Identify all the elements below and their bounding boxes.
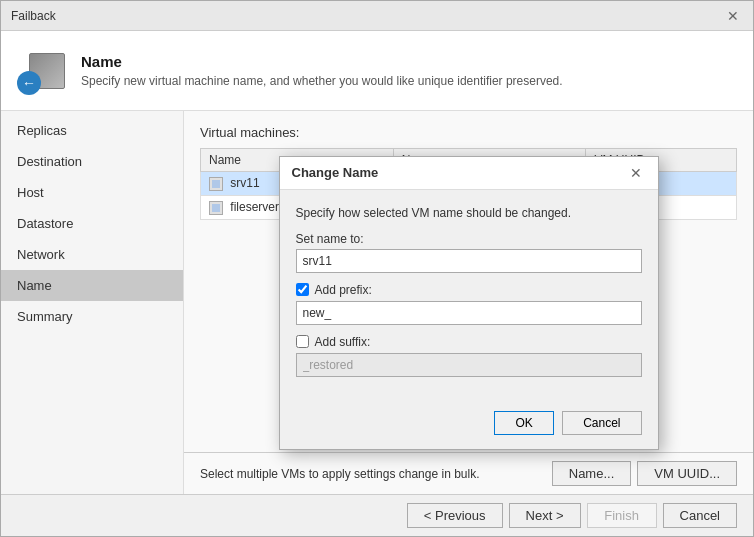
suffix-input[interactable] — [296, 353, 642, 377]
sidebar: Replicas Destination Host Datastore Netw… — [1, 111, 184, 494]
next-button[interactable]: Next > — [509, 503, 581, 528]
prefix-input-group — [296, 301, 642, 325]
header-title: Name — [81, 53, 563, 70]
sidebar-item-summary[interactable]: Summary — [1, 301, 183, 332]
header-text: Name Specify new virtual machine name, a… — [81, 53, 563, 88]
header-description: Specify new virtual machine name, and wh… — [81, 74, 563, 88]
modal-footer: OK Cancel — [280, 403, 658, 449]
previous-button[interactable]: < Previous — [407, 503, 503, 528]
main-panel: Virtual machines: Name New name VM UUID … — [184, 111, 753, 494]
main-window: Failback ✕ ← Name Specify new virtual ma… — [0, 0, 754, 537]
prefix-input[interactable] — [296, 301, 642, 325]
suffix-input-group — [296, 353, 642, 377]
add-suffix-checkbox-row: Add suffix: — [296, 335, 642, 349]
modal-title-bar: Change Name ✕ — [280, 157, 658, 190]
add-prefix-checkbox-row: Add prefix: — [296, 283, 642, 297]
header-icon: ← — [17, 47, 65, 95]
modal-ok-button[interactable]: OK — [494, 411, 554, 435]
add-suffix-checkbox[interactable] — [296, 335, 309, 348]
header-section: ← Name Specify new virtual machine name,… — [1, 31, 753, 111]
set-name-input[interactable] — [296, 249, 642, 273]
modal-description: Specify how selected VM name should be c… — [296, 206, 642, 220]
set-name-label: Set name to: — [296, 232, 642, 246]
add-prefix-label[interactable]: Add prefix: — [315, 283, 372, 297]
change-name-modal: Change Name ✕ Specify how selected VM na… — [279, 156, 659, 450]
sidebar-item-datastore[interactable]: Datastore — [1, 208, 183, 239]
window-title: Failback — [11, 9, 56, 23]
content-area: Replicas Destination Host Datastore Netw… — [1, 111, 753, 494]
title-bar: Failback ✕ — [1, 1, 753, 31]
modal-overlay: Change Name ✕ Specify how selected VM na… — [184, 111, 753, 494]
sidebar-item-host[interactable]: Host — [1, 177, 183, 208]
sidebar-item-replicas[interactable]: Replicas — [1, 115, 183, 146]
modal-title: Change Name — [292, 165, 379, 180]
modal-close-button[interactable]: ✕ — [626, 165, 646, 181]
back-arrow-icon: ← — [17, 71, 41, 95]
cancel-button[interactable]: Cancel — [663, 503, 737, 528]
finish-button[interactable]: Finish — [587, 503, 657, 528]
modal-cancel-button[interactable]: Cancel — [562, 411, 641, 435]
add-prefix-checkbox[interactable] — [296, 283, 309, 296]
footer: < Previous Next > Finish Cancel — [1, 494, 753, 536]
sidebar-item-destination[interactable]: Destination — [1, 146, 183, 177]
modal-body: Specify how selected VM name should be c… — [280, 190, 658, 403]
sidebar-item-name[interactable]: Name — [1, 270, 183, 301]
sidebar-item-network[interactable]: Network — [1, 239, 183, 270]
add-suffix-label[interactable]: Add suffix: — [315, 335, 371, 349]
window-close-button[interactable]: ✕ — [723, 8, 743, 24]
set-name-group: Set name to: — [296, 232, 642, 273]
